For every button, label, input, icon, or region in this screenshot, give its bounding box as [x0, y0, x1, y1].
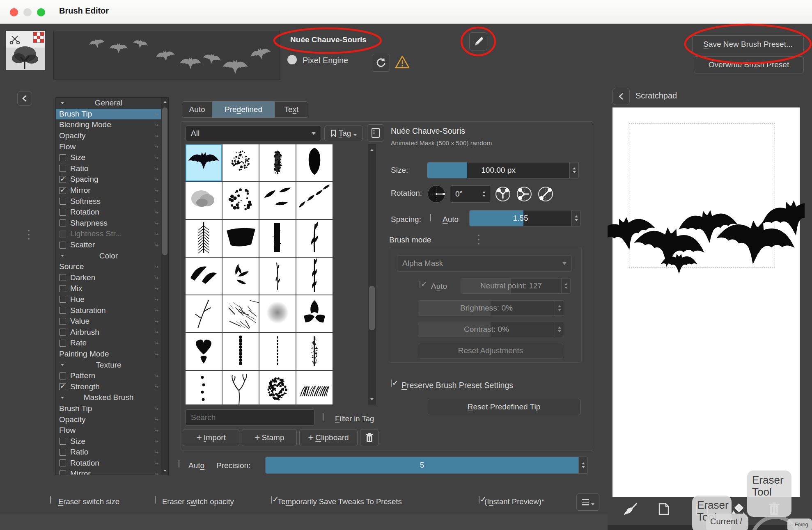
brush-option-rotation[interactable]: Rotation	[56, 458, 161, 469]
minimize-traffic-light[interactable]	[23, 8, 32, 16]
size-slider[interactable]: 100.00 px	[427, 162, 570, 178]
save-tweaks-label[interactable]: Temporarily Save Tweaks To Presets	[278, 497, 402, 506]
brush-tip-hearts[interactable]	[186, 333, 222, 370]
spacing-spinner[interactable]	[572, 210, 581, 226]
option-checkbox[interactable]	[59, 219, 66, 226]
option-checkbox[interactable]	[59, 296, 66, 303]
brush-tip-tall[interactable]	[296, 258, 333, 295]
brush-tip-pair[interactable]	[186, 258, 222, 295]
instant-preview-checkbox[interactable]	[479, 496, 479, 504]
brightness-spinner[interactable]	[555, 300, 564, 316]
collapse-scratchpad-button[interactable]	[612, 88, 630, 105]
brush-tip-grass[interactable]	[296, 371, 333, 404]
brush-option-softness[interactable]: Softness	[56, 196, 161, 207]
fill-document-icon[interactable]	[658, 503, 669, 515]
preserve-settings-label[interactable]: Preserve Brush Preset Settings	[401, 381, 513, 390]
option-checkbox[interactable]	[59, 318, 66, 325]
option-checkbox[interactable]	[59, 340, 66, 347]
brush-tip-blob[interactable]	[296, 144, 333, 181]
option-checkbox[interactable]	[59, 329, 66, 336]
clipboard-button[interactable]: +Clipboard	[299, 429, 358, 446]
spacing-slider[interactable]: 1.55	[469, 210, 572, 226]
brush-tip-stem[interactable]	[296, 220, 333, 257]
precision-auto-checkbox[interactable]	[179, 460, 179, 468]
detach-options-menu-button[interactable]	[576, 493, 599, 511]
brush-tip-tree[interactable]	[222, 371, 259, 404]
brush-option-flow[interactable]: Flow	[56, 425, 161, 436]
scroll-down-arrow[interactable]	[368, 395, 376, 403]
close-traffic-light[interactable]	[10, 8, 18, 16]
brush-option-value[interactable]: Value	[56, 316, 161, 327]
option-checkbox[interactable]	[59, 231, 66, 238]
zoom-traffic-light[interactable]	[37, 8, 45, 16]
section-header-general[interactable]: General	[56, 98, 161, 109]
scroll-up-arrow[interactable]	[368, 146, 376, 154]
option-checkbox[interactable]	[59, 198, 66, 205]
brush-tip-vbar[interactable]	[259, 220, 296, 257]
stamp-button[interactable]: +Stamp	[242, 429, 297, 446]
brush-option-darken[interactable]: Darken	[56, 272, 161, 283]
brush-option-sharpness[interactable]: Sharpness	[56, 218, 161, 229]
brush-tip-dotcol[interactable]	[186, 371, 222, 404]
option-checkbox[interactable]	[59, 165, 66, 172]
save-new-brush-preset-button[interactable]: Save New Brush Preset...	[692, 35, 804, 53]
rotation-dial[interactable]	[427, 185, 446, 203]
section-header-texture[interactable]: Texture	[56, 359, 161, 370]
option-checkbox[interactable]	[59, 242, 66, 249]
overwrite-brush-preset-button[interactable]: Overwrite Brush Preset	[694, 56, 804, 73]
neutral-auto-label[interactable]: Auto	[431, 282, 447, 291]
option-checkbox[interactable]	[59, 471, 66, 475]
brush-option-hue[interactable]: Hue	[56, 294, 161, 305]
brush-tip-stroke[interactable]	[222, 220, 259, 257]
eraser-switch-opacity-checkbox[interactable]	[155, 496, 156, 504]
brush-tip-cluster[interactable]	[222, 258, 259, 295]
size-spinner[interactable]	[570, 162, 579, 178]
reset-adjustments-button[interactable]: Reset Adjustments	[418, 343, 563, 359]
section-header-color[interactable]: Color	[56, 250, 161, 261]
precision-auto-label[interactable]: Auto	[188, 461, 204, 470]
precision-slider[interactable]: 5	[265, 457, 579, 474]
brush-tip-scratch[interactable]	[222, 295, 259, 332]
save-tweaks-checkbox[interactable]	[271, 496, 272, 504]
scroll-down-arrow[interactable]	[161, 466, 169, 475]
brush-option-ratio[interactable]: Ratio	[56, 163, 161, 174]
option-checkbox[interactable]	[59, 285, 66, 292]
brush-option-blending-mode[interactable]: Blending Mode	[56, 119, 161, 130]
option-checkbox[interactable]	[59, 274, 66, 281]
brush-tip-scribble[interactable]	[259, 371, 296, 404]
instant-preview-label[interactable]: (Instant Preview)*	[484, 497, 544, 506]
tag-button[interactable]: Tag	[324, 126, 363, 141]
spacing-auto-checkbox[interactable]	[430, 214, 431, 222]
option-checkbox[interactable]	[59, 209, 66, 216]
brush-option-ratio[interactable]: Ratio	[56, 447, 161, 458]
option-checkbox[interactable]	[59, 307, 66, 314]
import-button[interactable]: +Import	[183, 429, 239, 446]
brush-option-saturation[interactable]: Saturation	[56, 305, 161, 316]
brush-option-pattern[interactable]: Pattern	[56, 370, 161, 382]
edit-brush-name-button[interactable]	[469, 32, 487, 50]
brush-option-scatter[interactable]: Scatter	[56, 240, 161, 251]
brush-option-size[interactable]: Size	[56, 436, 161, 447]
brush-tip-dotchain[interactable]	[222, 333, 259, 370]
option-checkbox[interactable]	[59, 383, 66, 390]
contrast-spinner[interactable]	[555, 322, 564, 337]
options-scrollbar[interactable]	[161, 98, 168, 475]
brightness-slider[interactable]: Brightness: 0%	[418, 300, 555, 316]
tag-filter-dropdown[interactable]: All	[186, 126, 321, 141]
brush-option-lightness-str[interactable]: Lightness Str...	[56, 228, 161, 240]
brush-tip-twig[interactable]	[186, 295, 222, 332]
option-checkbox[interactable]	[59, 438, 66, 445]
section-header-masked-brush[interactable]: Masked Brush	[56, 392, 161, 403]
option-checkbox[interactable]	[59, 459, 66, 466]
brush-tip-petals[interactable]	[296, 295, 333, 332]
brush-option-mirror[interactable]: Mirror	[56, 185, 161, 196]
brush-option-brush-tip[interactable]: Brush Tip	[56, 403, 161, 414]
brush-mode-dropdown[interactable]: Alpha Mask	[397, 255, 572, 272]
brush-option-painting-mode[interactable]: Painting Mode	[56, 349, 161, 360]
brush-option-rotation[interactable]: Rotation	[56, 207, 161, 218]
tab-auto[interactable]: Auto	[182, 101, 212, 118]
paint-brush-icon[interactable]	[622, 502, 637, 516]
brush-option-opacity[interactable]: Opacity	[56, 414, 161, 425]
rotation-spinbox[interactable]: 0°	[450, 185, 491, 203]
preserve-settings-checkbox[interactable]	[391, 379, 392, 387]
